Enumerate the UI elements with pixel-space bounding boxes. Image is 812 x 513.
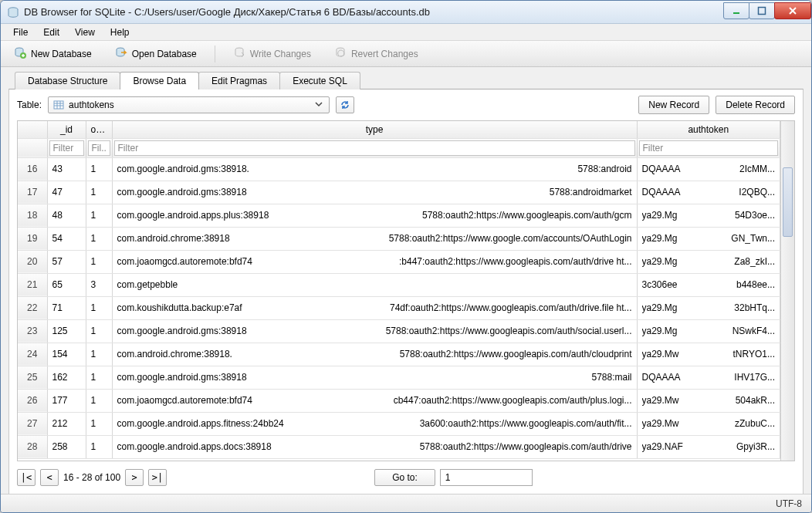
menu-view[interactable]: View: [67, 25, 103, 39]
cell-id[interactable]: 154: [47, 343, 86, 366]
cell-ount[interactable]: 1: [86, 250, 112, 273]
row-number[interactable]: 25: [18, 366, 47, 389]
cell-ount[interactable]: 1: [86, 296, 112, 319]
table-select[interactable]: authtokens: [48, 96, 330, 113]
col-authtoken[interactable]: authtoken: [637, 121, 780, 138]
cell-type[interactable]: com.google.android.gms:389185788:android…: [112, 181, 637, 204]
row-number[interactable]: 20: [18, 250, 47, 273]
filter-ount[interactable]: [88, 140, 110, 156]
cell-authtoken[interactable]: ya29.MgGN_Twn...: [637, 227, 780, 250]
pager-next-button[interactable]: >: [125, 469, 144, 486]
vertical-scrollbar[interactable]: [780, 121, 794, 461]
cell-id[interactable]: 57: [47, 250, 86, 273]
cell-type[interactable]: com.joaomgcd.autoremote:bfd74:b447:oauth…: [112, 250, 637, 273]
cell-ount[interactable]: 1: [86, 227, 112, 250]
filter-type[interactable]: [114, 140, 635, 156]
cell-id[interactable]: 47: [47, 181, 86, 204]
row-number[interactable]: 26: [18, 389, 47, 412]
cell-type[interactable]: com.google.android.gms:389185788:mail: [112, 366, 637, 389]
cell-id[interactable]: 54: [47, 227, 86, 250]
cell-authtoken[interactable]: ya29.Mg32bHTq...: [637, 296, 780, 319]
cell-type[interactable]: com.google.android.apps.plus:389185788:o…: [112, 204, 637, 227]
row-number[interactable]: 22: [18, 296, 47, 319]
menu-edit[interactable]: Edit: [36, 25, 67, 39]
cell-ount[interactable]: 1: [86, 343, 112, 366]
table-row[interactable]: 19541com.android.chrome:389185788:oauth2…: [18, 227, 780, 250]
cell-type[interactable]: com.google.android.apps.fitness:24bb243a…: [112, 412, 637, 435]
cell-authtoken[interactable]: ya29.MgNSwkF4...: [637, 319, 780, 343]
pager-last-button[interactable]: >|: [148, 469, 167, 486]
delete-record-button[interactable]: Delete Record: [716, 96, 795, 114]
maximize-button[interactable]: [749, 2, 775, 19]
cell-ount[interactable]: 1: [86, 157, 112, 181]
open-database-button[interactable]: Open Database: [107, 42, 205, 65]
col-type[interactable]: type: [112, 121, 637, 138]
col-id[interactable]: _id: [47, 121, 86, 138]
cell-authtoken[interactable]: ya29.Mg54D3oe...: [637, 204, 780, 227]
cell-type[interactable]: com.google.android.gms:38918.5788:androi…: [112, 157, 637, 181]
cell-authtoken[interactable]: 3c306eeb448ee...: [637, 273, 780, 296]
cell-authtoken[interactable]: DQAAAAIHV17G...: [637, 366, 780, 389]
menu-help[interactable]: Help: [103, 25, 137, 39]
cell-type[interactable]: com.getpebble: [112, 273, 637, 296]
cell-authtoken[interactable]: ya29.MwzZubuC...: [637, 412, 780, 435]
col-rownum[interactable]: [18, 121, 47, 138]
table-row[interactable]: 272121com.google.android.apps.fitness:24…: [18, 412, 780, 435]
table-row[interactable]: 282581com.google.android.apps.docs:38918…: [18, 435, 780, 458]
cell-ount[interactable]: 1: [86, 435, 112, 458]
cell-id[interactable]: 43: [47, 157, 86, 181]
cell-id[interactable]: 258: [47, 435, 86, 458]
cell-type[interactable]: com.koushikdutta.backup:e7af74df:oauth2:…: [112, 296, 637, 319]
cell-authtoken[interactable]: ya29.MgZa8_zkI...: [637, 250, 780, 273]
pager-prev-button[interactable]: <: [40, 469, 59, 486]
row-number[interactable]: 27: [18, 412, 47, 435]
cell-authtoken[interactable]: ya29.MwtNRYO1...: [637, 343, 780, 366]
new-database-button[interactable]: New Database: [5, 42, 100, 65]
cell-ount[interactable]: 3: [86, 273, 112, 296]
cell-type[interactable]: com.android.chrome:38918.5788:oauth2:htt…: [112, 343, 637, 366]
table-row[interactable]: 241541com.android.chrome:38918.5788:oaut…: [18, 343, 780, 366]
row-number[interactable]: 17: [18, 181, 47, 204]
goto-input[interactable]: [440, 469, 533, 486]
filter-id[interactable]: [49, 140, 84, 156]
filter-authtoken[interactable]: [639, 140, 779, 156]
cell-id[interactable]: 65: [47, 273, 86, 296]
table-row[interactable]: 20571com.joaomgcd.autoremote:bfd74:b447:…: [18, 250, 780, 273]
write-changes-button[interactable]: Write Changes: [225, 42, 320, 65]
menu-file[interactable]: File: [5, 25, 36, 39]
table-row[interactable]: 18481com.google.android.apps.plus:389185…: [18, 204, 780, 227]
cell-ount[interactable]: 1: [86, 319, 112, 343]
tab-edit-pragmas[interactable]: Edit Pragmas: [198, 72, 280, 89]
row-number[interactable]: 16: [18, 157, 47, 181]
cell-id[interactable]: 125: [47, 319, 86, 343]
row-number[interactable]: 18: [18, 204, 47, 227]
cell-id[interactable]: 177: [47, 389, 86, 412]
cell-ount[interactable]: 1: [86, 412, 112, 435]
refresh-button[interactable]: [336, 96, 354, 113]
cell-ount[interactable]: 1: [86, 366, 112, 389]
table-row[interactable]: 16431com.google.android.gms:38918.5788:a…: [18, 157, 780, 181]
table-row[interactable]: 231251com.google.android.gms:389185788:o…: [18, 319, 780, 343]
row-number[interactable]: 19: [18, 227, 47, 250]
cell-type[interactable]: com.google.android.apps.docs:389185788:o…: [112, 435, 637, 458]
new-record-button[interactable]: New Record: [638, 96, 709, 114]
cell-type[interactable]: com.joaomgcd.autoremote:bfd74cb447:oauth…: [112, 389, 637, 412]
minimize-button[interactable]: [723, 2, 749, 19]
table-row[interactable]: 21653com.getpebble3c306eeb448ee...: [18, 273, 780, 296]
table-row[interactable]: 261771com.joaomgcd.autoremote:bfd74cb447…: [18, 389, 780, 412]
row-number[interactable]: 23: [18, 319, 47, 343]
cell-id[interactable]: 71: [47, 296, 86, 319]
row-number[interactable]: 24: [18, 343, 47, 366]
cell-authtoken[interactable]: ya29.Mw504akR...: [637, 389, 780, 412]
tab-browse-data[interactable]: Browse Data: [120, 72, 199, 89]
cell-ount[interactable]: 1: [86, 204, 112, 227]
cell-ount[interactable]: 1: [86, 389, 112, 412]
cell-id[interactable]: 48: [47, 204, 86, 227]
tab-database-structure[interactable]: Database Structure: [15, 72, 120, 89]
cell-authtoken[interactable]: DQAAAA2IcMM...: [637, 157, 780, 181]
cell-authtoken[interactable]: ya29.NAFGpyi3R...: [637, 435, 780, 458]
table-row[interactable]: 17471com.google.android.gms:389185788:an…: [18, 181, 780, 204]
close-button[interactable]: [774, 2, 811, 19]
cell-id[interactable]: 212: [47, 412, 86, 435]
col-ount[interactable]: ount: [86, 121, 112, 138]
